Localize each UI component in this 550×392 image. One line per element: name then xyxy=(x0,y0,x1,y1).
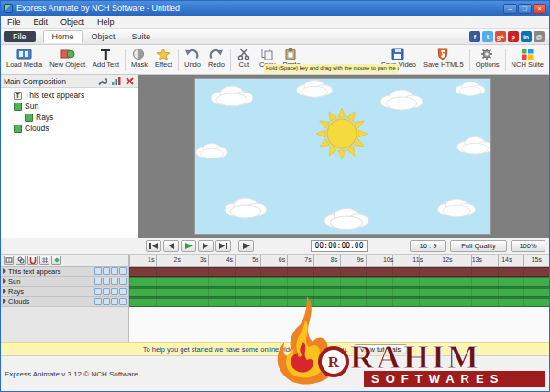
minimize-button[interactable]: – xyxy=(503,4,517,14)
toolbar-separator xyxy=(505,49,506,71)
pinterest-icon[interactable]: p xyxy=(508,31,519,42)
add-text-button[interactable]: Add Text xyxy=(89,46,123,73)
googleplus-icon[interactable]: g+ xyxy=(495,31,506,42)
undo-button[interactable]: Undo xyxy=(181,46,204,73)
save-html5-icon xyxy=(435,47,451,60)
chart-icon[interactable] xyxy=(110,76,121,87)
close-button[interactable]: × xyxy=(533,4,546,14)
step-back-button[interactable] xyxy=(163,240,179,252)
track-link-icon[interactable] xyxy=(94,267,102,275)
preview-play-button[interactable] xyxy=(238,240,254,252)
tree-item-label: Clouds xyxy=(25,124,49,133)
email-icon[interactable]: @ xyxy=(534,31,544,42)
track-bar[interactable] xyxy=(129,277,549,287)
track-visibility-icon[interactable] xyxy=(111,278,118,285)
track-header[interactable]: This text appears xyxy=(1,267,129,277)
tree-item-clouds[interactable]: Clouds xyxy=(1,123,138,134)
load-media-button[interactable]: Load Media xyxy=(3,46,46,73)
link-icon[interactable] xyxy=(16,256,26,265)
tab-home[interactable]: Home xyxy=(43,30,83,43)
new-object-button[interactable]: New Object xyxy=(46,46,89,73)
redo-icon xyxy=(208,47,224,60)
magnet-icon[interactable] xyxy=(28,256,38,265)
track-header[interactable]: Rays xyxy=(1,287,129,297)
tree-item-text[interactable]: T This text appears xyxy=(1,90,138,101)
twitter-icon[interactable]: t xyxy=(482,31,493,42)
canvas-area[interactable] xyxy=(138,75,549,238)
timeline-track-sun: Sun xyxy=(1,277,549,287)
quality-select[interactable]: Full Quality xyxy=(450,240,507,252)
file-menu-button[interactable]: File xyxy=(4,31,36,42)
redo-button[interactable]: Redo xyxy=(204,46,228,73)
aspect-ratio-select[interactable]: 16 : 9 xyxy=(410,240,446,252)
track-keyframe-icon[interactable] xyxy=(103,298,110,305)
load-media-label: Load Media xyxy=(6,60,42,69)
timeline-track-rays: Rays xyxy=(1,287,549,297)
load-media-icon xyxy=(16,47,32,60)
track-lock-icon[interactable] xyxy=(119,267,126,275)
track-grid xyxy=(129,297,549,306)
timeline-empty-area xyxy=(1,307,549,342)
tree-item-sun[interactable]: Sun xyxy=(1,101,138,112)
track-lock-icon[interactable] xyxy=(119,288,126,295)
timeline-empty-tracks[interactable] xyxy=(129,307,549,342)
view-tutorials-button[interactable]: View tutorials xyxy=(354,344,407,354)
save-video-icon xyxy=(390,47,406,60)
linkedin-icon[interactable]: in xyxy=(521,31,532,42)
statusbar: Express Animate v 3.12 © NCH Software xyxy=(1,355,549,391)
snap-grid-icon[interactable] xyxy=(39,256,50,265)
close-composition-icon[interactable] xyxy=(124,76,135,87)
track-header[interactable]: Sun xyxy=(1,277,129,287)
time-ruler[interactable]: 1s 2s 3s 4s 5s 6s 7s 8s 9s 10s 11s 12s 1… xyxy=(129,255,549,266)
composition-panel-header: Main Composition xyxy=(1,75,138,88)
tab-object[interactable]: Object xyxy=(83,31,124,42)
track-grid xyxy=(129,277,549,286)
cut-icon xyxy=(236,47,252,60)
track-bar[interactable] xyxy=(129,297,549,307)
timeline-empty-headers xyxy=(1,307,129,342)
track-link-icon[interactable] xyxy=(94,278,102,285)
track-keyframe-icon[interactable] xyxy=(103,278,110,285)
undo-label: Undo xyxy=(184,60,201,69)
menu-help[interactable]: Help xyxy=(91,17,121,27)
tree-item-rays[interactable]: Rays xyxy=(1,112,138,123)
wrench-icon[interactable] xyxy=(96,76,107,87)
zoom-level-select[interactable]: 100% xyxy=(511,240,545,252)
go-to-end-button[interactable] xyxy=(215,240,231,252)
save-html5-button[interactable]: Save HTML5 xyxy=(420,46,468,73)
cut-button[interactable]: Cut xyxy=(233,46,256,73)
track-visibility-icon[interactable] xyxy=(111,267,118,275)
track-visibility-icon[interactable] xyxy=(111,288,118,295)
step-forward-button[interactable] xyxy=(198,240,214,252)
play-button[interactable] xyxy=(181,240,196,252)
keyframe-icon[interactable] xyxy=(51,256,61,265)
track-bar[interactable] xyxy=(129,287,549,297)
maximize-button[interactable]: □ xyxy=(518,4,532,14)
ruler-tick: 2s xyxy=(174,256,181,263)
track-visibility-icon[interactable] xyxy=(111,298,118,305)
mask-button[interactable]: Mask xyxy=(127,46,151,73)
facebook-icon[interactable]: f xyxy=(469,31,480,42)
track-header[interactable]: Clouds xyxy=(1,297,129,307)
composition-canvas[interactable] xyxy=(195,79,490,234)
track-bar[interactable] xyxy=(129,267,549,277)
track-keyframe-icon[interactable] xyxy=(103,267,110,275)
go-to-start-button[interactable] xyxy=(146,240,161,252)
options-button[interactable]: Options xyxy=(472,46,503,73)
track-lock-icon[interactable] xyxy=(119,298,126,305)
tab-suite[interactable]: Suite xyxy=(124,31,160,42)
effect-button[interactable]: Effect xyxy=(151,46,176,73)
track-link-icon[interactable] xyxy=(94,288,102,295)
track-lock-icon[interactable] xyxy=(119,278,126,285)
film-icon[interactable] xyxy=(4,256,14,265)
cut-label: Cut xyxy=(239,60,250,69)
track-label: Clouds xyxy=(8,298,93,306)
nch-suite-button[interactable]: NCH Suite xyxy=(508,46,547,73)
track-link-icon[interactable] xyxy=(94,298,102,305)
track-keyframe-icon[interactable] xyxy=(103,288,110,295)
menu-edit[interactable]: Edit xyxy=(28,17,55,27)
social-links: f t g+ p in @ xyxy=(469,31,546,42)
menu-object[interactable]: Object xyxy=(54,17,91,27)
titlebar: Express Animate by NCH Software - Untitl… xyxy=(1,1,549,16)
menu-file[interactable]: File xyxy=(1,17,28,27)
